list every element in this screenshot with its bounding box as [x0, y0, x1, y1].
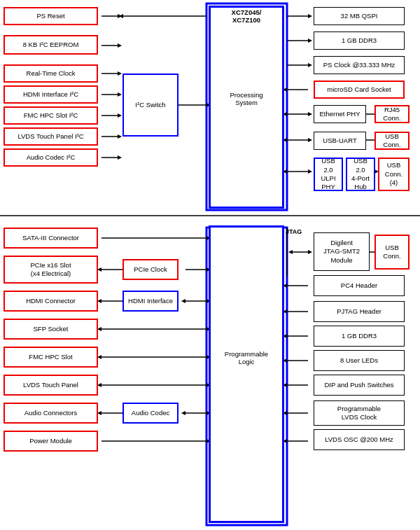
digilent-jtag-box: DigilentJTAG-SMT2Module [314, 232, 370, 271]
usb-conn-4-box: USBConn.(4) [378, 158, 410, 191]
sata-box: SATA-III Connector [4, 228, 98, 249]
usb-hub-box: USB 2.04-PortHub [346, 158, 375, 191]
pc4-header-box: PC4 Header [314, 275, 405, 296]
svg-marker-9 [118, 92, 122, 97]
usb-conn-uart-box: USBConn. [374, 132, 410, 150]
hdmi-iface-box: HDMI Interface [122, 291, 178, 312]
svg-marker-13 [118, 134, 122, 139]
svg-marker-7 [118, 71, 122, 76]
audio-conn-box: Audio Connectors [4, 403, 98, 424]
jtag-label: JTAG [286, 228, 302, 235]
rtc-box: Real-Time Clock [4, 64, 98, 83]
svg-marker-56 [181, 299, 186, 303]
power-module-box: Power Module [4, 431, 98, 452]
svg-marker-31 [308, 112, 312, 116]
audio-codec-box: Audio Codec [122, 403, 178, 424]
microsd-box: microSD Card Socket [314, 81, 405, 99]
lvds-touch-i2c-box: LVDS Touch Panel I²C [4, 127, 98, 146]
pcie-clock-box: PCIe Clock [122, 259, 178, 280]
svg-marker-11 [118, 113, 122, 118]
lvds-osc-box: LVDS OSC @200 MHz [314, 429, 405, 450]
ps-reset-box: PS Reset [4, 7, 98, 25]
svg-marker-26 [308, 63, 312, 67]
prog-lvds-box: ProgrammableLVDS Clock [314, 400, 405, 426]
qspi-box: 32 MB QSPI [314, 7, 405, 25]
processing-system-label: ProcessingSystem [210, 91, 283, 106]
prog-logic-label: ProgrammableLogic [210, 350, 283, 365]
svg-marker-77 [308, 250, 312, 254]
pjtag-header-box: PJTAG Header [314, 301, 405, 322]
usb-uart-box: USB-UART [314, 132, 366, 150]
svg-marker-3 [118, 14, 122, 18]
diagram: PS Reset 8 KB I²C EEPROM Real-Time Clock… [0, 0, 420, 530]
main-chip-box [209, 6, 284, 209]
usb-ulpi-box: USB 2.0ULPI PHY [314, 158, 343, 191]
svg-marker-76 [288, 250, 293, 254]
hdmi-i2c-box: HDMI Interface I²C [4, 85, 98, 104]
eth-phy-box: Ethernet PHY [314, 105, 366, 123]
svg-marker-36 [308, 138, 312, 142]
i2c-switch-box: I²C Switch [122, 74, 178, 137]
svg-marker-41 [308, 169, 312, 174]
user-leds-box: 8 User LEDs [314, 350, 405, 371]
ddr3-pl-box: 1 GB DDR3 [314, 326, 405, 347]
rj45-box: RJ45Conn. [374, 105, 410, 123]
svg-marker-22 [308, 14, 312, 18]
svg-marker-5 [118, 43, 122, 48]
hdmi-conn-box: HDMI Connector [4, 291, 98, 312]
svg-marker-20 [119, 14, 123, 18]
usb-conn-jtag-box: USBConn. [374, 235, 410, 270]
svg-marker-71 [181, 411, 186, 415]
dip-switches-box: DIP and Push Switches [314, 375, 405, 396]
ddr3-ps-box: 1 GB DDR3 [314, 32, 405, 50]
prog-logic-chip-box [209, 225, 284, 523]
sfp-box: SFP Socket [4, 319, 98, 340]
lvds-touch-box: LVDS Touch Panel [4, 375, 98, 396]
svg-marker-24 [308, 39, 312, 43]
ps-clock-box: PS Clock @33.333 MHz [314, 56, 405, 74]
svg-marker-15 [118, 155, 122, 160]
eeprom-box: 8 KB I²C EEPROM [4, 35, 98, 55]
fmc-hpc-box: FMC HPC Slot [4, 347, 98, 368]
audio-codec-i2c-box: Audio Codec I²C [4, 148, 98, 167]
main-chip-label: XC7Z045/XC7Z100 [210, 8, 283, 24]
fmc-hpc-i2c-box: FMC HPC Slot I²C [4, 106, 98, 125]
pcie-slot-box: PCIe x16 Slot(x4 Electrical) [4, 256, 98, 284]
